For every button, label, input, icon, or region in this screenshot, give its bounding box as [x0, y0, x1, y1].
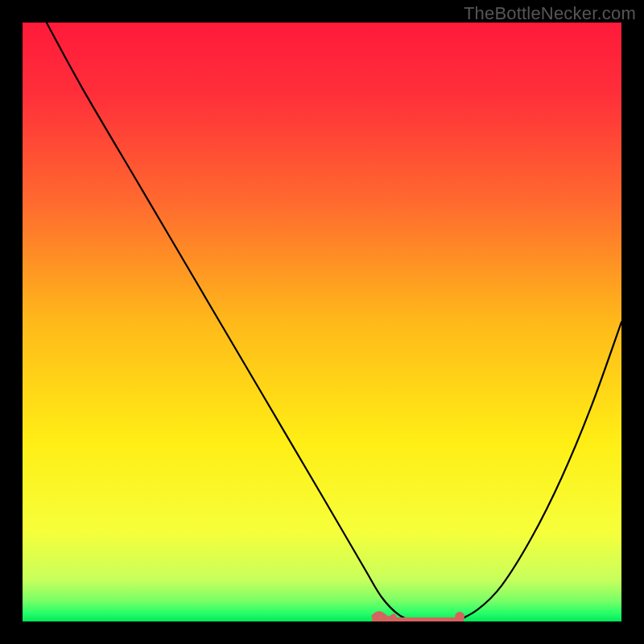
chart-svg — [23, 23, 621, 621]
attribution-label: TheBottleNecker.com — [464, 3, 636, 24]
gradient-background — [23, 23, 621, 621]
svg-point-1 — [455, 612, 464, 621]
chart-canvas — [23, 23, 621, 621]
